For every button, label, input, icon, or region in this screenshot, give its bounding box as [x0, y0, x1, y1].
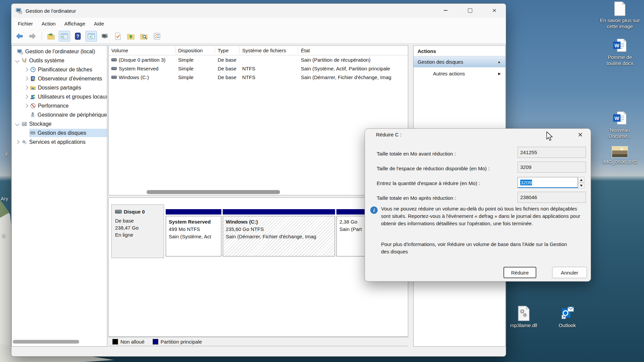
- column-header-filesystem[interactable]: Système de fichiers: [239, 47, 298, 54]
- tree-item-computer-management[interactable]: Gestion de l'ordinateur (local): [12, 47, 107, 56]
- tree-item-observateur[interactable]: Observateur d'événements: [12, 74, 107, 83]
- desktop-icon-nouveau-document[interactable]: W Nouveau Docume...: [598, 110, 642, 139]
- chevron-right-icon[interactable]: [24, 67, 28, 72]
- device-manager-icon: [30, 112, 36, 118]
- disk-status: En ligne: [115, 231, 164, 238]
- shrink-volume-dialog: Réduire C : × Taille totale en Mo avant …: [365, 128, 591, 282]
- disk0-header-cell[interactable]: Disque 0 De base 238,47 Go En ligne: [111, 204, 164, 258]
- column-header-volume[interactable]: Volume: [109, 47, 175, 54]
- chevron-down-icon[interactable]: [15, 58, 19, 63]
- desktop-icon-mp3lame-dll[interactable]: mp3lame.dll: [502, 306, 545, 328]
- chevron-right-icon[interactable]: [24, 95, 28, 99]
- partition-color-bar: [223, 209, 335, 215]
- minimize-button[interactable]: [438, 4, 453, 17]
- column-header-type[interactable]: Type: [215, 47, 239, 54]
- disk-type: De base: [115, 217, 164, 224]
- forward-icon[interactable]: [27, 31, 38, 41]
- volume-list-horizontal-scrollbar[interactable]: [147, 190, 280, 194]
- amount-to-shrink-input[interactable]: 3209: [518, 177, 578, 188]
- app-icon: [16, 8, 22, 14]
- desktop-icon-learn-about-image[interactable]: En savoir plus sur cette image: [598, 1, 642, 29]
- chevron-right-icon[interactable]: [24, 76, 28, 81]
- tree-item-stockage[interactable]: Stockage: [12, 119, 107, 128]
- partition-color-bar: [166, 209, 221, 215]
- chevron-down-icon[interactable]: [15, 122, 19, 126]
- services-applications-icon: [21, 139, 27, 145]
- tree-item-dossiers-partages[interactable]: Dossiers partagés: [12, 83, 107, 92]
- label-total-before: Taille totale en Mo avant réduction :: [377, 151, 456, 157]
- actions-group-disk-management[interactable]: Gestion des disques ▲: [414, 56, 505, 67]
- shrink-button[interactable]: Réduire: [503, 267, 536, 278]
- collapse-triangle-icon[interactable]: ▲: [497, 60, 501, 64]
- label-total-after: Taille totale en Mo après réduction :: [377, 195, 456, 201]
- properties-list-icon[interactable]: [152, 31, 162, 41]
- tree-item-gestionnaire-peripheriques[interactable]: Gestionnaire de périphériques: [12, 110, 107, 119]
- partition-windows-c[interactable]: Windows (C:) 235,60 Go NTFS Sain (Démarr…: [223, 208, 335, 257]
- menu-affichage[interactable]: Affichage: [60, 21, 90, 26]
- field-available-shrink: 3209: [518, 162, 586, 173]
- tree-item-planificateur[interactable]: Planificateur de tâches: [12, 65, 107, 74]
- performance-icon: [30, 103, 36, 109]
- spinner-down-icon[interactable]: [578, 183, 584, 188]
- help-icon[interactable]: ?: [72, 31, 83, 41]
- disk-size: 238,47 Go: [115, 224, 164, 231]
- folder-up-icon[interactable]: [125, 31, 136, 41]
- expand-right-triangle-icon[interactable]: ▶: [498, 72, 501, 75]
- cancel-button[interactable]: Annuler: [552, 267, 587, 278]
- disk-management-icon: [30, 130, 36, 136]
- show-action-pane-icon[interactable]: [86, 31, 97, 42]
- window-title: Gestion de l'ordinateur: [25, 8, 76, 14]
- outlook-icon: [545, 306, 589, 321]
- show-console-tree-icon[interactable]: [59, 31, 70, 42]
- photo-thumbnail-icon: [598, 142, 642, 158]
- svg-text:?: ?: [76, 34, 79, 39]
- text-page-icon: [598, 1, 642, 16]
- task-check-icon[interactable]: [112, 31, 123, 41]
- volume-row-windows-c[interactable]: Windows (C:) Simple De base NTFS Sain (D…: [109, 73, 408, 81]
- svg-text:W: W: [614, 43, 620, 48]
- chevron-right-icon[interactable]: [24, 85, 28, 90]
- console-tree-panel: Gestion de l'ordinateur (local) Outils s…: [11, 45, 107, 347]
- computer-icon: [17, 49, 23, 55]
- desktop-label-fragment: S: [2, 233, 5, 238]
- toolbar-separator: [42, 32, 42, 40]
- label-available-shrink: Taille de l'espace de réduction disponib…: [377, 166, 489, 171]
- column-header-disposition[interactable]: Disposition: [175, 47, 215, 54]
- volume-row-recovery[interactable]: (Disque 0 partition 3) Simple De base Sa…: [109, 55, 408, 64]
- chevron-right-icon[interactable]: [24, 104, 28, 108]
- title-bar[interactable]: Gestion de l'ordinateur ×: [11, 4, 506, 18]
- tree-item-outils-systeme[interactable]: Outils système: [12, 56, 107, 65]
- local-users-groups-icon: [30, 94, 36, 100]
- partition-system-reserved[interactable]: System Reserved 499 Mo NTFS Sain (Systèm…: [166, 208, 221, 257]
- chevron-right-icon[interactable]: [15, 140, 19, 144]
- export-list-icon[interactable]: [46, 31, 56, 41]
- desktop-icon-pomme-de-touline[interactable]: W Pomme de touline.docx: [598, 38, 642, 66]
- desktop-icon-img-0506[interactable]: IMG_0506.JPG: [598, 142, 642, 165]
- tree-item-gestion-des-disques[interactable]: Gestion des disques: [12, 128, 107, 137]
- tree-horizontal-scrollbar[interactable]: [13, 340, 79, 344]
- menu-fichier[interactable]: Fichier: [13, 21, 37, 26]
- folder-search-icon[interactable]: [139, 31, 149, 41]
- dialog-title: Réduire C :: [376, 132, 401, 137]
- tree-item-performance[interactable]: Performance: [12, 101, 107, 110]
- menu-aide[interactable]: Aide: [90, 21, 108, 26]
- back-icon[interactable]: [14, 31, 25, 41]
- storage-icon: [21, 121, 27, 127]
- menu-bar: Fichier Action Affichage Aide: [11, 18, 506, 29]
- menu-action[interactable]: Action: [37, 21, 60, 26]
- dialog-close-icon[interactable]: ×: [575, 130, 585, 139]
- tree-item-services-applications[interactable]: Services et applications: [12, 137, 107, 146]
- close-button[interactable]: ×: [487, 4, 502, 17]
- desktop-icon-outlook[interactable]: Outlook: [545, 306, 589, 328]
- tree-item-utilisateurs[interactable]: Utilisateurs et groupes locaux: [12, 92, 107, 101]
- spinner-up-icon[interactable]: [578, 177, 584, 183]
- remote-device-icon[interactable]: [99, 31, 110, 41]
- maximize-button[interactable]: [462, 4, 478, 17]
- column-header-etat[interactable]: État: [298, 47, 408, 54]
- dialog-help-text: Pour plus d'informations, voir Réduire u…: [381, 241, 569, 255]
- actions-more-actions[interactable]: Autres actions ▶: [414, 67, 505, 79]
- mouse-cursor: [546, 131, 555, 142]
- volume-row-system-reserved[interactable]: System Reserved Simple De base NTFS Sain…: [109, 64, 408, 73]
- toolbar: ?: [11, 29, 506, 44]
- info-icon: i: [370, 206, 378, 214]
